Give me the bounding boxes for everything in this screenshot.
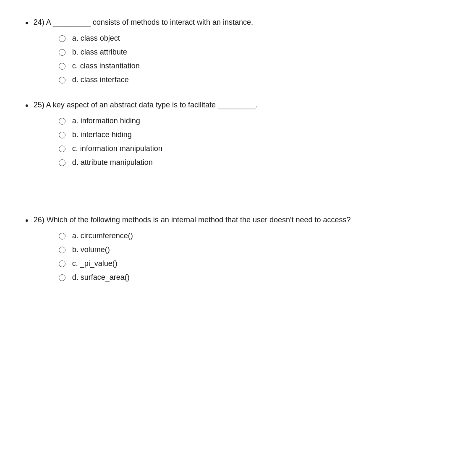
option-26b[interactable]: b. volume() <box>59 245 451 254</box>
question-25-options: a. information hiding b. interface hidin… <box>59 117 451 167</box>
option-25a-label: a. information hiding <box>72 117 140 125</box>
bullet-26: • <box>25 215 29 226</box>
question-24-text: 24) A _________ consists of methods to i… <box>34 17 451 28</box>
option-25b-label: b. interface hiding <box>72 130 132 139</box>
option-25c[interactable]: c. information manipulation <box>59 144 451 153</box>
question-24-content: 24) A _________ consists of methods to i… <box>34 17 451 89</box>
question-25-number: 25) <box>34 101 44 109</box>
radio-26a[interactable] <box>59 233 65 240</box>
option-24b-label: b. class attribute <box>72 48 127 57</box>
option-25a[interactable]: a. information hiding <box>59 117 451 125</box>
option-25b[interactable]: b. interface hiding <box>59 130 451 139</box>
question-24-number: 24) <box>34 18 44 26</box>
question-26-number: 26) <box>34 216 44 224</box>
section-divider <box>25 189 451 189</box>
radio-25d[interactable] <box>59 159 65 166</box>
question-25-body: A key aspect of an abstract data type is… <box>46 101 258 109</box>
radio-24b[interactable] <box>59 49 65 56</box>
radio-25a[interactable] <box>59 118 65 125</box>
radio-26d[interactable] <box>59 274 65 281</box>
radio-24c[interactable] <box>59 63 65 70</box>
radio-25b[interactable] <box>59 132 65 138</box>
bullet-24: • <box>25 18 29 29</box>
question-25: • 25) A key aspect of an abstract data t… <box>25 99 451 172</box>
option-26b-label: b. volume() <box>72 245 110 254</box>
radio-24d[interactable] <box>59 77 65 83</box>
option-24b[interactable]: b. class attribute <box>59 48 451 57</box>
option-26c-label: c. _pi_value() <box>72 259 118 268</box>
option-26d[interactable]: d. surface_area() <box>59 273 451 282</box>
question-26-text: 26) Which of the following methods is an… <box>34 214 451 226</box>
question-26-content: 26) Which of the following methods is an… <box>34 214 451 287</box>
radio-24a[interactable] <box>59 35 65 42</box>
option-24a[interactable]: a. class object <box>59 34 451 43</box>
option-26d-label: d. surface_area() <box>72 273 130 282</box>
option-24d-label: d. class interface <box>72 76 129 84</box>
option-24a-label: a. class object <box>72 34 120 43</box>
question-26-options: a. circumference() b. volume() c. _pi_va… <box>59 232 451 282</box>
radio-26c[interactable] <box>59 260 65 267</box>
question-25-content: 25) A key aspect of an abstract data typ… <box>34 99 451 172</box>
option-25c-label: c. information manipulation <box>72 144 162 153</box>
option-26a[interactable]: a. circumference() <box>59 232 451 240</box>
option-24c[interactable]: c. class instantiation <box>59 62 451 70</box>
question-26: • 26) Which of the following methods is … <box>25 214 451 287</box>
question-25-text: 25) A key aspect of an abstract data typ… <box>34 99 451 111</box>
question-26-body: Which of the following methods is an int… <box>47 216 351 224</box>
option-24d[interactable]: d. class interface <box>59 76 451 84</box>
question-24-options: a. class object b. class attribute c. cl… <box>59 34 451 84</box>
option-26a-label: a. circumference() <box>72 232 133 240</box>
option-26c[interactable]: c. _pi_value() <box>59 259 451 268</box>
radio-26b[interactable] <box>59 247 65 253</box>
option-25d[interactable]: d. attribute manipulation <box>59 158 451 167</box>
option-25d-label: d. attribute manipulation <box>72 158 153 167</box>
question-24-body: A _________ consists of methods to inter… <box>46 18 253 26</box>
question-24: • 24) A _________ consists of methods to… <box>25 17 451 89</box>
bullet-25: • <box>25 100 29 111</box>
radio-25c[interactable] <box>59 146 65 152</box>
option-24c-label: c. class instantiation <box>72 62 140 70</box>
